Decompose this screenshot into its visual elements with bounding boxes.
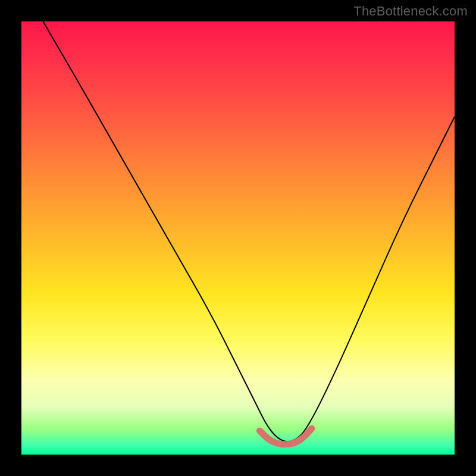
watermark-text: TheBottleneck.com	[353, 4, 468, 19]
plot-area	[21, 21, 455, 455]
curve-svg	[21, 21, 455, 455]
chart-frame: TheBottleneck.com	[0, 0, 476, 476]
bottleneck-curve	[43, 21, 455, 441]
